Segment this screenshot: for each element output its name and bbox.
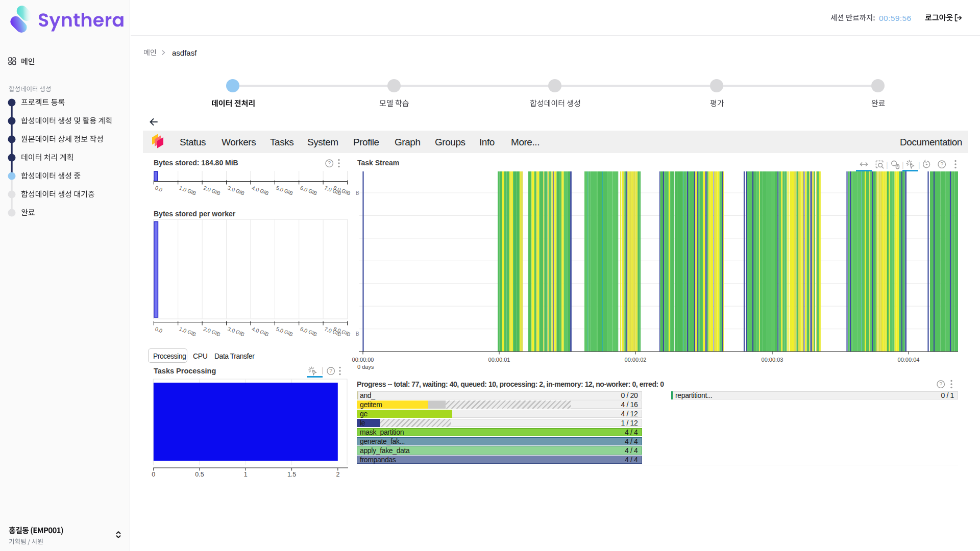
svg-text:00:00:01: 00:00:01 bbox=[488, 357, 510, 363]
svg-text:5.0 GiB: 5.0 GiB bbox=[275, 325, 293, 337]
svg-text:B: B bbox=[356, 190, 359, 196]
svg-text:4.0 GiB: 4.0 GiB bbox=[251, 325, 270, 337]
svg-text:00:00:04: 00:00:04 bbox=[898, 357, 920, 363]
svg-text:0 days: 0 days bbox=[357, 364, 374, 370]
svg-text:0: 0 bbox=[152, 471, 155, 478]
svg-text:1.0 GiB: 1.0 GiB bbox=[179, 185, 197, 196]
svg-text:1.5: 1.5 bbox=[287, 471, 296, 478]
svg-text:1: 1 bbox=[244, 471, 248, 478]
svg-text:6.0 GiB: 6.0 GiB bbox=[300, 185, 318, 196]
svg-text:2.0 GiB: 2.0 GiB bbox=[203, 185, 221, 196]
svg-text:B: B bbox=[356, 331, 359, 337]
svg-text:0.0: 0.0 bbox=[154, 185, 163, 193]
svg-text:0.0: 0.0 bbox=[154, 325, 163, 334]
svg-text:2: 2 bbox=[336, 471, 339, 478]
svg-text:5.0 GiB: 5.0 GiB bbox=[275, 185, 293, 196]
svg-text:6.0 GiB: 6.0 GiB bbox=[300, 325, 318, 337]
svg-text:3.0 GiB: 3.0 GiB bbox=[227, 185, 245, 196]
svg-text:?: ? bbox=[328, 160, 331, 166]
svg-text:2.0 GiB: 2.0 GiB bbox=[203, 325, 221, 337]
svg-text:00:00:02: 00:00:02 bbox=[625, 357, 647, 363]
svg-text:?: ? bbox=[939, 381, 942, 387]
svg-text:?: ? bbox=[940, 161, 943, 167]
svg-text:3.0 GiB: 3.0 GiB bbox=[227, 325, 245, 337]
svg-text:0.5: 0.5 bbox=[195, 471, 204, 478]
svg-text:00:00:03: 00:00:03 bbox=[762, 357, 783, 363]
svg-text:1.0 GiB: 1.0 GiB bbox=[179, 325, 197, 337]
svg-text:4.0 GiB: 4.0 GiB bbox=[251, 185, 270, 196]
svg-text:00:00:00: 00:00:00 bbox=[352, 357, 374, 363]
svg-text:?: ? bbox=[329, 368, 332, 374]
